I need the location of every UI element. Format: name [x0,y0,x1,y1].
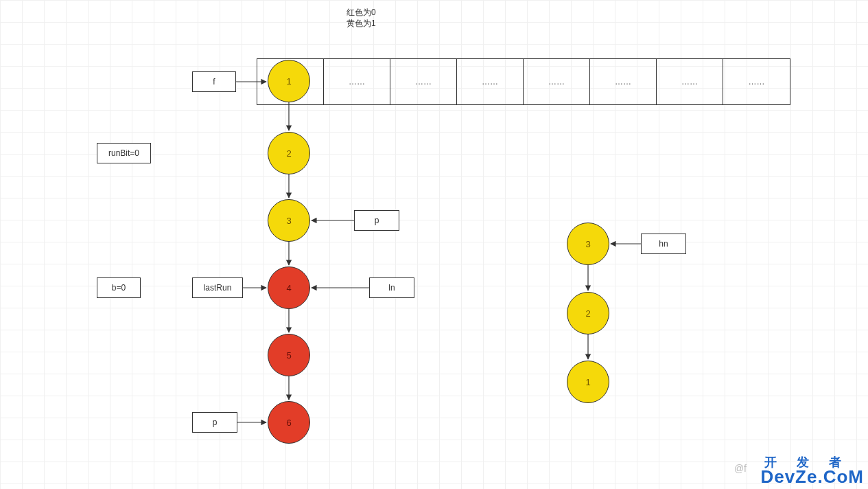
node-2: 2 [268,132,310,174]
watermark-site-en: DevZe.CoM [760,466,864,487]
array-cell-2: …… [390,59,457,104]
node-r1: 1 [567,361,609,403]
node-r3-label: 3 [585,239,590,249]
node-5-label: 5 [286,350,291,361]
array-cell-7: …… [723,59,790,104]
node-4: 4 [268,266,310,309]
legend-line-2: 黄色为1 [347,19,376,28]
node-r2: 2 [567,292,609,334]
node-r3: 3 [567,223,609,265]
watermark-author: @f [734,463,747,474]
label-hn: hn [641,234,686,254]
label-ln: ln [369,277,414,298]
label-p-top: p [354,210,399,231]
node-6-label: 6 [286,418,291,428]
watermark-site: 开 发 者 DevZe.CoM [760,454,864,488]
node-1: 1 [268,60,310,102]
label-f: f [192,71,236,92]
label-b: b=0 [97,277,141,298]
node-4-label: 4 [286,283,291,293]
node-1-label: 1 [286,76,291,87]
array-cell-4: …… [524,59,590,104]
legend-line-1: 红色为0 [347,8,376,17]
array-cell-5: …… [590,59,657,104]
node-2-label: 2 [286,148,291,159]
array-cell-3: …… [457,59,524,104]
diagram-canvas: 红色为0 黄色为1 …… …… …… …… …… …… …… 1 2 3 4 5… [0,0,868,489]
node-r1-label: 1 [585,377,590,387]
legend-title: 红色为0 黄色为1 [347,7,376,29]
node-3: 3 [268,199,310,242]
node-3-label: 3 [286,216,291,226]
label-lastrun: lastRun [192,277,243,298]
node-5: 5 [268,334,310,376]
label-p-bot: p [192,412,237,433]
node-r2-label: 2 [585,308,590,319]
node-6: 6 [268,401,310,444]
array-cell-6: …… [657,59,723,104]
label-runbit: runBit=0 [97,143,151,163]
hash-array: …… …… …… …… …… …… …… [257,58,790,105]
array-cell-1: …… [324,59,390,104]
